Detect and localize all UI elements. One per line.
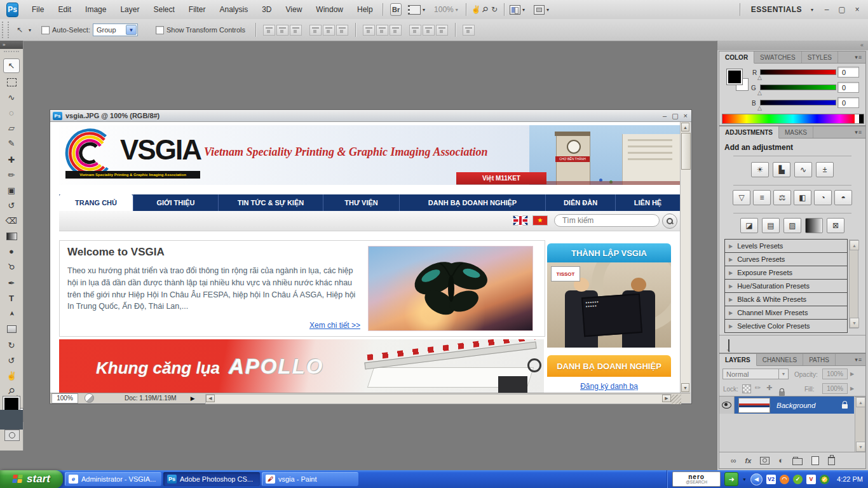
sidebar-box1-header[interactable]: THÀNH LẬP VSGIA bbox=[547, 243, 671, 262]
new-layer-icon[interactable] bbox=[811, 456, 819, 465]
black-white-icon[interactable]: ◧ bbox=[794, 190, 811, 205]
doc-close-button[interactable]: × bbox=[684, 112, 688, 120]
menu-image[interactable]: Image bbox=[78, 0, 113, 19]
panel-menu-icon[interactable]: ≡ bbox=[858, 129, 862, 135]
crop-tool[interactable]: ▱ bbox=[3, 121, 20, 135]
minimize-button[interactable]: – bbox=[822, 5, 831, 14]
nav-directory[interactable]: DANH BẠ DOANH NGHIỆP bbox=[399, 194, 545, 211]
layer-visibility-toggle[interactable] bbox=[719, 396, 735, 414]
scroll-down-button[interactable]: ▼ bbox=[850, 318, 859, 328]
restore-button[interactable]: ▢ bbox=[837, 5, 846, 14]
green-slider-thumb[interactable]: △ bbox=[757, 90, 762, 95]
tab-paths[interactable]: PATHS bbox=[803, 354, 836, 365]
panel-menu-icon[interactable]: ≡ bbox=[858, 54, 862, 60]
red-value-field[interactable]: 0 bbox=[837, 67, 859, 78]
spot-healing-brush-tool[interactable]: ✚ bbox=[3, 152, 20, 167]
tray-v2-icon[interactable]: V2 bbox=[766, 475, 776, 484]
hand-tool[interactable]: ✌ bbox=[3, 369, 20, 383]
doc-horizontal-scrollbar[interactable]: ◀ ▶ bbox=[205, 394, 672, 404]
tab-channels[interactable]: CHANNELS bbox=[757, 354, 803, 365]
distribute-left-edges-icon[interactable] bbox=[409, 25, 421, 36]
green-slider[interactable] bbox=[760, 85, 836, 90]
workspace-switcher[interactable]: ESSENTIALS bbox=[744, 0, 809, 19]
auto-select-checkbox[interactable] bbox=[41, 26, 50, 34]
menu-view[interactable]: View bbox=[279, 0, 309, 19]
invert-icon[interactable]: ◪ bbox=[740, 218, 758, 233]
preset-black-white[interactable]: ▶Black & White Presets bbox=[724, 292, 848, 306]
tab-masks[interactable]: MASKS bbox=[779, 126, 813, 138]
layer-name[interactable]: Background bbox=[776, 402, 815, 409]
quick-mask-button[interactable] bbox=[4, 430, 20, 441]
nero-search-box[interactable]: nero@SEARCH bbox=[672, 471, 721, 487]
photo-filter-icon[interactable]: ◔ bbox=[814, 190, 832, 205]
align-left-edges-icon[interactable] bbox=[309, 25, 322, 36]
vibrance-icon[interactable]: ▽ bbox=[733, 190, 750, 205]
nav-forum[interactable]: DIỄN ĐÀN bbox=[545, 194, 615, 211]
selective-color-icon[interactable]: ⊠ bbox=[827, 218, 844, 233]
menu-filter[interactable]: Filter bbox=[182, 0, 213, 19]
tab-color[interactable]: COLOR bbox=[719, 51, 754, 64]
eyedropper-tool[interactable]: ✎ bbox=[3, 136, 20, 151]
fill-flyout-arrow[interactable]: ▶ bbox=[850, 386, 854, 391]
add-mask-icon[interactable] bbox=[760, 457, 770, 464]
preset-hue-saturation[interactable]: ▶Hue/Saturation Presets bbox=[724, 279, 848, 293]
new-adjustment-layer-icon[interactable]: ◐ bbox=[778, 456, 783, 465]
rectangle-tool[interactable] bbox=[3, 322, 20, 336]
doc-vertical-scrollbar[interactable]: ▲ ▼ bbox=[680, 122, 690, 393]
distribute-bottom-edges-icon[interactable] bbox=[390, 25, 402, 36]
apollo-banner[interactable]: Khung căng lụaAPOLLO bbox=[59, 339, 544, 393]
close-button[interactable]: × bbox=[853, 5, 862, 14]
eraser-tool[interactable]: ⌫ bbox=[3, 214, 20, 228]
pen-tool[interactable]: ✒ bbox=[3, 276, 20, 290]
panel-menu-icon[interactable]: ≡ bbox=[858, 356, 862, 363]
search-input[interactable] bbox=[554, 214, 660, 227]
tab-adjustments[interactable]: ADJUSTMENTS bbox=[719, 126, 779, 139]
site-logo-text[interactable]: VSGIA bbox=[120, 134, 201, 166]
clone-stamp-tool[interactable]: ▣ bbox=[3, 183, 20, 198]
start-button[interactable]: start bbox=[0, 470, 63, 488]
layer-style-icon[interactable]: fx bbox=[745, 457, 752, 464]
menu-help[interactable]: Help bbox=[350, 0, 380, 19]
menu-window[interactable]: Window bbox=[309, 0, 350, 19]
align-horizontal-centers-icon[interactable] bbox=[323, 25, 335, 36]
tab-styles[interactable]: STYLES bbox=[802, 51, 838, 63]
delete-layer-icon[interactable] bbox=[828, 457, 835, 465]
gradient-tool[interactable] bbox=[3, 229, 20, 243]
preset-exposure[interactable]: ▶Exposure Presets bbox=[724, 266, 848, 280]
align-top-edges-icon[interactable] bbox=[263, 25, 275, 36]
fill-field[interactable]: 100% bbox=[822, 383, 848, 394]
taskbar-item-ie[interactable]: e Administrator - VSGIA... bbox=[65, 472, 161, 486]
vietnamese-flag-icon[interactable]: ★ bbox=[532, 215, 548, 226]
menu-edit[interactable]: Edit bbox=[51, 0, 78, 19]
tray-update-icon[interactable]: ✓ bbox=[793, 475, 803, 484]
scroll-up-button[interactable]: ▲ bbox=[856, 397, 865, 407]
taskbar-item-paint[interactable]: 🖌 vsgia - Paint bbox=[262, 472, 358, 486]
view-extras-icon[interactable] bbox=[408, 4, 421, 15]
layers-scrollbar[interactable]: ▲ ▼ bbox=[855, 396, 865, 452]
brush-tool[interactable]: ✏ bbox=[3, 168, 20, 182]
tools-collapse-header[interactable]: » bbox=[0, 41, 23, 49]
doc-maximize-button[interactable]: ▢ bbox=[672, 112, 678, 120]
dock-collapse-header[interactable]: « bbox=[717, 41, 868, 50]
red-slider[interactable] bbox=[760, 69, 836, 75]
distribute-right-edges-icon[interactable] bbox=[436, 25, 448, 36]
menu-file[interactable]: File bbox=[25, 0, 51, 19]
gradient-map-icon[interactable] bbox=[805, 218, 823, 233]
path-selection-tool[interactable]: ➤ bbox=[3, 306, 20, 321]
chevron-down-icon[interactable]: ▼ bbox=[742, 477, 747, 482]
red-slider-thumb[interactable]: △ bbox=[757, 75, 762, 80]
scroll-down-button[interactable]: ▼ bbox=[856, 442, 865, 452]
align-bottom-edges-icon[interactable] bbox=[290, 25, 302, 36]
distribute-horizontal-centers-icon[interactable] bbox=[423, 25, 435, 36]
channel-mixer-icon[interactable]: ◓ bbox=[834, 190, 852, 205]
document-canvas[interactable]: VSGIA Vietnam Speciality Printing & Grap… bbox=[50, 122, 680, 393]
lock-pixels-icon[interactable]: ✏ bbox=[755, 384, 761, 392]
history-brush-tool[interactable]: ↺ bbox=[3, 198, 20, 213]
levels-icon[interactable]: ▙ bbox=[773, 162, 790, 177]
exposure-icon[interactable]: ± bbox=[816, 162, 834, 177]
blue-slider[interactable] bbox=[760, 100, 836, 105]
auto-align-layers-icon[interactable] bbox=[463, 25, 475, 36]
auto-select-mode-dropdown[interactable]: Group ▼ bbox=[93, 24, 138, 36]
options-grip[interactable] bbox=[2, 22, 9, 38]
screen-mode-icon[interactable] bbox=[534, 4, 545, 15]
